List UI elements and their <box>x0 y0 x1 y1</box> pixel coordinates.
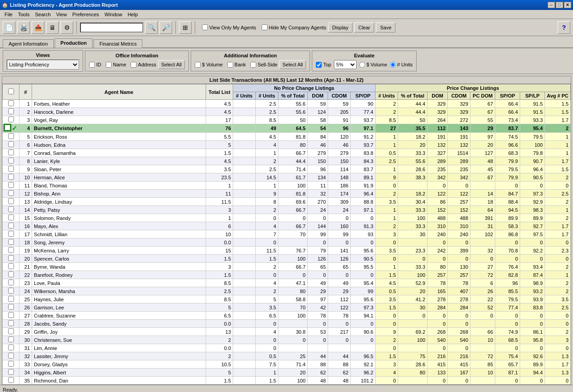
row-check-cell[interactable] <box>3 247 19 255</box>
row-check-cell[interactable]: ✓ <box>3 124 19 133</box>
view-only-my-agents-label[interactable]: View Only My Agents <box>202 24 256 30</box>
hide-my-company-agents-label[interactable]: Hide My Company Agents <box>262 24 326 30</box>
row-checkbox[interactable] <box>8 117 14 122</box>
row-checkbox[interactable] <box>8 353 14 359</box>
display-button[interactable]: Display <box>328 23 352 33</box>
settings-button[interactable]: ⚙ <box>61 21 73 34</box>
row-checkbox[interactable] <box>8 206 14 212</box>
row-check-cell[interactable] <box>3 198 19 206</box>
units-radio-label[interactable]: # Units <box>390 62 413 68</box>
clear-button[interactable]: Clear <box>354 23 374 33</box>
top-checkbox[interactable] <box>316 62 322 68</box>
row-check-cell[interactable] <box>3 133 19 141</box>
row-checkbox[interactable] <box>8 198 14 204</box>
row-checkbox[interactable] <box>8 247 14 253</box>
top-checkbox-label[interactable]: Top <box>316 62 331 68</box>
minimize-button[interactable]: ─ <box>548 2 555 8</box>
search-input[interactable] <box>80 23 143 33</box>
row-check-cell[interactable] <box>3 108 19 116</box>
address-checkbox[interactable] <box>131 62 136 68</box>
sell-side-checkbox[interactable] <box>250 62 256 68</box>
row-checkbox[interactable] <box>8 336 14 342</box>
row-checkbox[interactable] <box>8 345 14 350</box>
row-checkbox[interactable] <box>8 158 14 163</box>
views-select[interactable]: Listing Proficiency Sales Proficiency To… <box>7 60 79 70</box>
row-check-cell[interactable] <box>3 263 19 271</box>
row-checkbox[interactable] <box>8 369 14 375</box>
row-checkbox[interactable] <box>8 296 14 302</box>
bank-checkbox-label[interactable]: Bank <box>227 62 246 68</box>
row-check-cell[interactable] <box>3 149 19 157</box>
menu-window[interactable]: Window <box>102 11 125 18</box>
row-check-cell[interactable] <box>3 157 19 165</box>
menu-preferences[interactable]: Preferences <box>70 11 102 18</box>
row-check-cell[interactable] <box>3 303 19 312</box>
print-button[interactable]: 🖨️ <box>17 21 30 34</box>
close-button[interactable]: ✕ <box>564 2 571 8</box>
row-checkbox[interactable] <box>8 312 14 318</box>
row-check-cell[interactable] <box>3 360 19 369</box>
menu-help[interactable]: Help <box>125 11 141 18</box>
row-checkbox[interactable] <box>8 190 14 196</box>
additional-select-all-button[interactable]: Select All <box>279 60 306 69</box>
row-check-cell[interactable] <box>3 206 19 214</box>
table-container[interactable]: # Agent Name Total List No Price Change … <box>2 84 571 385</box>
row-check-cell[interactable] <box>3 287 19 295</box>
row-check-cell[interactable] <box>3 279 19 287</box>
volume-checkbox-label[interactable]: $ Volume <box>195 62 223 68</box>
name-checkbox-label[interactable]: Name <box>106 62 126 68</box>
menu-search[interactable]: Search <box>32 11 53 18</box>
row-check-cell[interactable] <box>3 100 19 108</box>
select-all-rows-checkbox[interactable] <box>8 89 14 94</box>
office-select-all-button[interactable]: Select All <box>158 60 185 69</box>
row-check-cell[interactable] <box>3 116 19 124</box>
row-checkbox[interactable] <box>8 141 14 147</box>
tab-financial-metrics[interactable]: Financial Metrics <box>94 39 143 48</box>
row-checkbox[interactable] <box>8 166 14 172</box>
screen-button[interactable]: 🖥 <box>46 21 59 34</box>
row-checkbox[interactable] <box>8 320 14 326</box>
row-check-cell[interactable] <box>3 173 19 182</box>
row-checkbox[interactable] <box>8 280 14 285</box>
row-check-cell[interactable] <box>3 238 19 247</box>
help-button[interactable]: ? <box>558 21 570 34</box>
row-check-cell[interactable] <box>3 141 19 149</box>
grid-button[interactable]: ⊞ <box>179 21 192 34</box>
binoculars-button[interactable]: 🔍 <box>145 21 158 34</box>
row-check-cell[interactable] <box>3 369 19 377</box>
id-checkbox[interactable] <box>89 62 95 68</box>
row-checkbox[interactable] <box>8 215 14 220</box>
row-check-cell[interactable] <box>3 255 19 263</box>
row-check-cell[interactable] <box>3 344 19 352</box>
row-checkbox[interactable] <box>8 263 14 269</box>
row-check-cell[interactable] <box>3 352 19 360</box>
row-check-cell[interactable] <box>3 165 19 173</box>
save-button[interactable]: Save <box>376 23 395 33</box>
menu-view[interactable]: View <box>53 11 70 18</box>
new-button[interactable]: 📄 <box>3 21 15 34</box>
row-checkbox[interactable] <box>8 255 14 261</box>
row-check-cell[interactable] <box>3 182 19 190</box>
menu-file[interactable]: File <box>2 11 15 18</box>
row-checkbox[interactable] <box>8 304 14 310</box>
row-check-cell[interactable] <box>3 336 19 344</box>
row-checkbox[interactable] <box>8 377 14 383</box>
row-check-cell[interactable] <box>3 312 19 320</box>
id-checkbox-label[interactable]: ID <box>89 62 101 68</box>
row-checkbox[interactable] <box>8 100 14 106</box>
row-checkbox[interactable] <box>8 108 14 114</box>
row-check-cell[interactable] <box>3 295 19 303</box>
s-volume-radio[interactable] <box>359 62 365 68</box>
row-check-cell[interactable] <box>3 214 19 222</box>
units-radio[interactable] <box>390 62 396 68</box>
row-checkbox[interactable] <box>8 223 14 229</box>
menu-tools[interactable]: Tools <box>15 11 33 18</box>
top-percent-select[interactable]: 1% 2% 5% 10% 25% <box>334 60 357 69</box>
row-checkbox[interactable] <box>8 361 14 367</box>
row-checkbox[interactable] <box>8 133 14 139</box>
row-checkbox[interactable] <box>8 288 14 294</box>
row-checkbox[interactable] <box>8 149 14 155</box>
row-check-cell[interactable] <box>3 377 19 385</box>
row-checkbox[interactable] <box>5 125 10 131</box>
row-checkbox[interactable] <box>8 239 14 245</box>
